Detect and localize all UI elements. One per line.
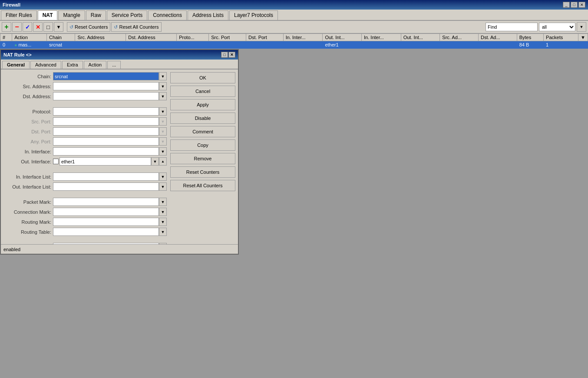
find-input[interactable] [486, 23, 538, 31]
tab-connections[interactable]: Connections [148, 10, 187, 20]
cell-dst-address [126, 41, 177, 49]
dialog-close-button[interactable]: ✕ [228, 52, 235, 58]
dialog-tab-general[interactable]: General [2, 61, 30, 69]
remove-button[interactable]: Remove [170, 153, 235, 164]
src-port-input[interactable] [53, 117, 159, 126]
tab-service-ports[interactable]: Service Ports [107, 10, 147, 20]
find-scope-select[interactable]: all chain src-address dst-address [539, 23, 575, 31]
close-button[interactable]: ✕ [578, 2, 585, 8]
routing-table-input[interactable] [53, 228, 159, 236]
protocol-row: Protocol: ▼ [3, 107, 167, 116]
find-dropdown-button[interactable]: ▼ [577, 22, 586, 32]
status-text: enabled [3, 247, 20, 252]
protocol-input[interactable] [53, 107, 159, 116]
app-title: Firewall [3, 2, 20, 7]
cancel-button[interactable]: Cancel [170, 86, 235, 97]
src-address-dropdown-button[interactable]: ▼ [159, 82, 167, 90]
dst-address-input[interactable] [53, 92, 159, 100]
packet-mark-label: Packet Mark: [3, 199, 51, 205]
buttons-panel: OK Cancel Apply Disable Comment Copy Rem… [170, 72, 235, 251]
dst-port-dropdown-button[interactable]: ▼ [159, 127, 167, 136]
any-port-dropdown-button[interactable]: ▼ [159, 137, 167, 146]
apply-button[interactable]: Apply [170, 99, 235, 110]
col-header-more[interactable]: ▼ [578, 34, 588, 41]
reset-counters-toolbar-button[interactable]: ↺ Reset Counters [67, 22, 110, 32]
minimize-button[interactable]: _ [563, 2, 570, 8]
src-port-input-wrap: ▼ [53, 117, 167, 126]
routing-mark-row: Routing Mark: ▼ [3, 218, 167, 226]
cell-num: 0 [0, 41, 12, 49]
add-button[interactable]: + [2, 22, 11, 32]
tab-filter-rules[interactable]: Filter Rules [1, 10, 37, 20]
chain-row: Chain: ▼ [3, 72, 167, 80]
in-interface-input-wrap: ▼ [53, 147, 167, 156]
out-interface-list-input[interactable] [53, 182, 159, 191]
table-row[interactable]: 0 ● mas... srcnat ether1 84 B 1 [0, 41, 588, 49]
src-port-dropdown-button[interactable]: ▼ [159, 117, 167, 126]
disable-button[interactable]: ✕ [33, 22, 43, 32]
dst-address-dropdown-button[interactable]: ▼ [159, 92, 167, 100]
connection-mark-input[interactable] [53, 208, 159, 216]
out-interface-list-dropdown-button[interactable]: ▼ [159, 182, 167, 191]
in-interface-list-input[interactable] [53, 172, 159, 181]
tab-address-lists[interactable]: Address Lists [188, 10, 228, 20]
any-port-input-wrap: ▼ [53, 137, 167, 146]
tab-nat[interactable]: NAT [38, 10, 58, 20]
tab-layer7[interactable]: Layer7 Protocols [229, 10, 278, 20]
out-interface-list-label: Out. Interface List: [3, 184, 51, 189]
col-header-packets: Packets [544, 34, 578, 41]
dialog-tab-more[interactable]: ... [107, 61, 121, 69]
out-interface-checkbox[interactable] [53, 159, 59, 164]
out-interface-input[interactable] [59, 157, 151, 166]
remove-button[interactable]: − [12, 22, 22, 32]
routing-mark-input[interactable] [53, 218, 159, 226]
disable-button[interactable]: Disable [170, 113, 235, 124]
dialog-status-bar: enabled [1, 244, 238, 254]
reset-all-counters-toolbar-button[interactable]: ↺ Reset All Counters [111, 22, 161, 32]
dialog-minimize-button[interactable]: □ [221, 52, 228, 58]
cell-chain: srcnat [47, 41, 75, 49]
reset-counters-button[interactable]: Reset Counters [170, 166, 235, 178]
reset-all-counters-button[interactable]: Reset All Counters [170, 180, 235, 191]
in-interface-input[interactable] [53, 147, 159, 156]
copy-button[interactable]: □ [43, 22, 53, 32]
cell-action: ● mas... [12, 41, 47, 49]
packet-mark-input-wrap: ▼ [53, 198, 167, 206]
enable-button[interactable]: ✓ [23, 22, 32, 32]
out-interface-label: Out. Interface: [3, 159, 51, 164]
any-port-input[interactable] [53, 137, 159, 146]
col-header-in-inter2: In. Inter... [362, 34, 401, 41]
maximize-button[interactable]: □ [571, 2, 578, 8]
cell-more [578, 41, 588, 49]
out-interface-dropdown-button[interactable]: ▼ [151, 157, 159, 166]
src-address-input[interactable] [53, 82, 159, 90]
chain-dropdown-button[interactable]: ▼ [159, 72, 167, 80]
tab-raw[interactable]: Raw [86, 10, 106, 20]
dialog-tab-action[interactable]: Action [84, 61, 107, 69]
packet-mark-dropdown-button[interactable]: ▼ [159, 198, 167, 206]
comment-button[interactable]: Comment [170, 126, 235, 137]
in-interface-dropdown-button[interactable]: ▼ [159, 147, 167, 156]
col-header-src-ad: Src. Ad... [440, 34, 479, 41]
cell-packets: 1 [544, 41, 578, 49]
chain-input[interactable] [53, 72, 159, 80]
dst-address-row: Dst. Address: ▼ [3, 92, 167, 100]
dialog-tab-extra[interactable]: Extra [62, 61, 83, 69]
tab-mangle[interactable]: Mangle [58, 10, 85, 20]
ok-button[interactable]: OK [170, 72, 235, 83]
in-interface-list-row: In. Interface List: ▼ [3, 172, 167, 181]
in-interface-list-dropdown-button[interactable]: ▼ [159, 172, 167, 181]
routing-mark-dropdown-button[interactable]: ▼ [159, 218, 167, 226]
protocol-dropdown-button[interactable]: ▼ [159, 107, 167, 116]
dialog-tab-advanced[interactable]: Advanced [30, 61, 61, 69]
filter-button[interactable]: ▼ [54, 22, 63, 32]
connection-mark-dropdown-button[interactable]: ▼ [159, 208, 167, 216]
out-interface-up-button[interactable]: ▲ [159, 157, 167, 166]
col-header-src-port: Src. Port [209, 34, 246, 41]
copy-button[interactable]: Copy [170, 139, 235, 151]
dst-port-input[interactable] [53, 127, 159, 136]
routing-table-dropdown-button[interactable]: ▼ [159, 228, 167, 236]
packet-mark-input[interactable] [53, 198, 159, 206]
cell-dst-port [246, 41, 284, 49]
cell-in-interface [283, 41, 323, 49]
